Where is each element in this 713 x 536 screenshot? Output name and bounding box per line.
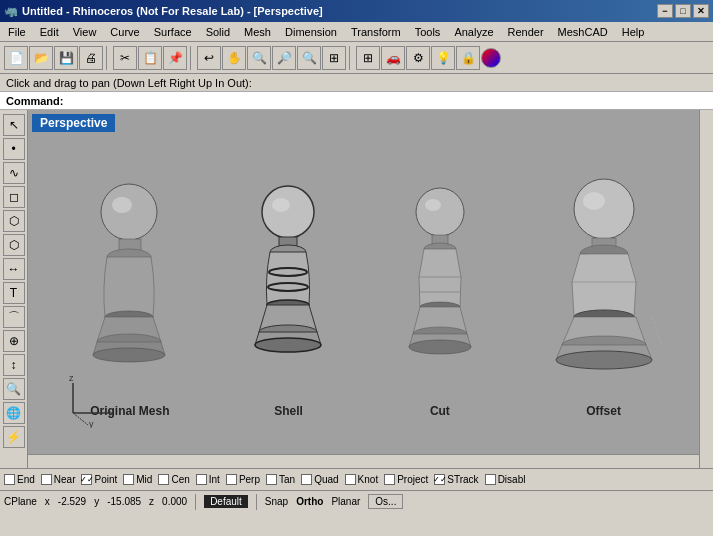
checkbox-perp[interactable] (226, 474, 237, 485)
menu-item-solid[interactable]: Solid (200, 24, 236, 40)
check-item-perp: Perp (226, 474, 260, 485)
command-input[interactable] (67, 95, 707, 107)
select-button[interactable]: ↖ (3, 114, 25, 136)
menu-item-mesh[interactable]: Mesh (238, 24, 277, 40)
menu-item-transform[interactable]: Transform (345, 24, 407, 40)
checkbox-int[interactable] (196, 474, 207, 485)
solid-button[interactable]: ⬡ (3, 210, 25, 232)
checkbox-project[interactable] (384, 474, 395, 485)
viewport-scrollbar-h[interactable] (28, 454, 699, 468)
command-bar[interactable]: Command: (0, 92, 713, 110)
menu-item-edit[interactable]: Edit (34, 24, 65, 40)
check-item-cen: Cen (158, 474, 189, 485)
zoom-out-button[interactable]: 🔍 (297, 46, 321, 70)
os-button[interactable]: Os... (368, 494, 403, 509)
titlebar-title: Untitled - Rhinoceros (Not For Resale La… (22, 5, 323, 17)
arc-button[interactable]: ⌒ (3, 306, 25, 328)
check-label-perp: Perp (239, 474, 260, 485)
checkbox-quad[interactable] (301, 474, 312, 485)
menu-item-surface[interactable]: Surface (148, 24, 198, 40)
z-value: 0.000 (162, 496, 187, 507)
car-button[interactable]: 🚗 (381, 46, 405, 70)
piece-offset: Offset (544, 177, 664, 418)
point-button[interactable]: • (3, 138, 25, 160)
checkbox-disabl[interactable] (485, 474, 496, 485)
check-label-end: End (17, 474, 35, 485)
svg-point-28 (574, 179, 634, 239)
svg-marker-32 (572, 254, 636, 317)
copy-button[interactable]: 📋 (138, 46, 162, 70)
maximize-button[interactable]: □ (675, 4, 691, 18)
check-item-quad: Quad (301, 474, 338, 485)
check-label-cen: Cen (171, 474, 189, 485)
settings-button[interactable]: ⚙ (406, 46, 430, 70)
menu-item-tools[interactable]: Tools (409, 24, 447, 40)
planar-label[interactable]: Planar (331, 496, 360, 507)
print-button[interactable]: 🖨 (79, 46, 103, 70)
svg-point-6 (93, 348, 165, 362)
zoom-ext-button[interactable]: ⊞ (322, 46, 346, 70)
checkbox-mid[interactable] (123, 474, 134, 485)
light-button[interactable]: 💡 (431, 46, 455, 70)
zoom-window-button[interactable]: 🔍 (247, 46, 271, 70)
checkbox-end[interactable] (4, 474, 15, 485)
snap-label[interactable]: Snap (265, 496, 288, 507)
curve-button[interactable]: ∿ (3, 162, 25, 184)
menu-item-analyze[interactable]: Analyze (448, 24, 499, 40)
dim-button[interactable]: ↔ (3, 258, 25, 280)
undo-button[interactable]: ↩ (197, 46, 221, 70)
checkbox-knot[interactable] (345, 474, 356, 485)
sep3 (349, 46, 353, 70)
new-button[interactable]: 📄 (4, 46, 28, 70)
text-button[interactable]: T (3, 282, 25, 304)
transform-button[interactable]: ↕ (3, 354, 25, 376)
zoom-in-button[interactable]: 🔎 (272, 46, 296, 70)
open-button[interactable]: 📂 (29, 46, 53, 70)
pan-button[interactable]: ✋ (222, 46, 246, 70)
svg-point-8 (272, 198, 290, 212)
close-button[interactable]: ✕ (693, 4, 709, 18)
svg-text:z: z (69, 373, 74, 383)
menu-item-help[interactable]: Help (616, 24, 651, 40)
analyze-button[interactable]: 🔍 (3, 378, 25, 400)
viewport-scrollbar-v[interactable] (699, 110, 713, 468)
surface-button[interactable]: ◻ (3, 186, 25, 208)
checkbox-cen[interactable] (158, 474, 169, 485)
ortho-label[interactable]: Ortho (296, 496, 323, 507)
sep1 (195, 494, 196, 510)
chess-piece-offset (544, 177, 664, 392)
check-item-int: Int (196, 474, 220, 485)
svg-point-39 (556, 351, 652, 369)
menu-item-file[interactable]: File (2, 24, 32, 40)
checkbox-strack[interactable]: ✓ (434, 474, 445, 485)
viewport[interactable]: Perspective (28, 110, 713, 468)
check-label-disabl: Disabl (498, 474, 526, 485)
check-item-near: Near (41, 474, 76, 485)
checkbox-point[interactable]: ✓ (81, 474, 92, 485)
svg-point-1 (112, 197, 132, 213)
extra-button[interactable]: ⚡ (3, 426, 25, 448)
checkbox-near[interactable] (41, 474, 52, 485)
checkbox-tan[interactable] (266, 474, 277, 485)
color-button[interactable] (481, 48, 501, 68)
menu-item-view[interactable]: View (67, 24, 103, 40)
render-button[interactable]: 🌐 (3, 402, 25, 424)
cut-button[interactable]: ✂ (113, 46, 137, 70)
sep2 (256, 494, 257, 510)
svg-point-7 (262, 186, 314, 238)
minimize-button[interactable]: − (657, 4, 673, 18)
paste-button[interactable]: 📌 (163, 46, 187, 70)
menu-item-curve[interactable]: Curve (104, 24, 145, 40)
menu-item-dimension[interactable]: Dimension (279, 24, 343, 40)
menu-item-meshcad[interactable]: MeshCAD (552, 24, 614, 40)
axis-indicator: x z y (63, 373, 113, 423)
check-label-mid: Mid (136, 474, 152, 485)
mesh-button[interactable]: ⬡ (3, 234, 25, 256)
bool-button[interactable]: ⊕ (3, 330, 25, 352)
bottom-checks-bar: EndNear✓PointMidCenIntPerpTanQuadKnotPro… (0, 468, 713, 490)
grid-button[interactable]: ⊞ (356, 46, 380, 70)
menu-item-render[interactable]: Render (502, 24, 550, 40)
lock-button[interactable]: 🔒 (456, 46, 480, 70)
save-button[interactable]: 💾 (54, 46, 78, 70)
check-item-strack: ✓STrack (434, 474, 478, 485)
